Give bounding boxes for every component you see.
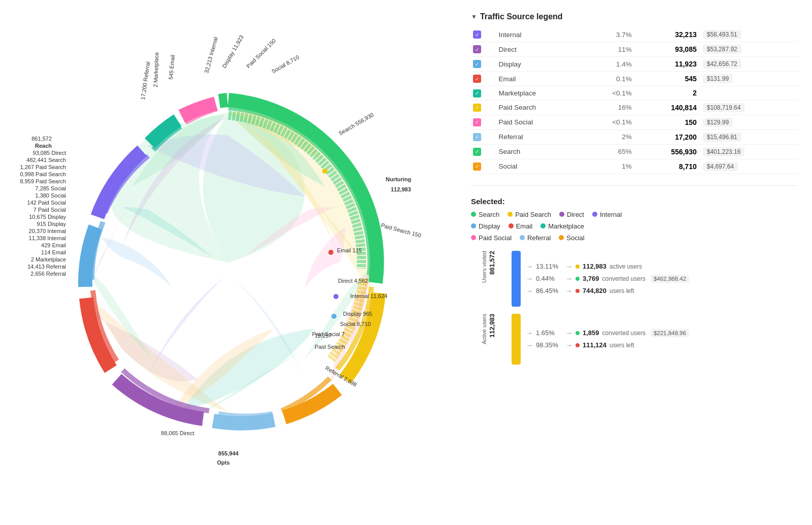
right-panel: ▼ Traffic Source legend ✓ Internal 3.7% … <box>457 0 812 525</box>
chip-label: Display <box>479 222 500 230</box>
legend-name: Search <box>497 144 584 159</box>
svg-text:Paid Search: Paid Search <box>315 344 345 350</box>
legend-checkbox[interactable]: ✓ <box>473 75 481 83</box>
legend-row[interactable]: ✓ Referral 2% 17,200 $15,496.81 <box>471 129 798 144</box>
flow-sub: users left <box>610 342 634 349</box>
svg-text:11,338 Internal: 11,338 Internal <box>29 235 66 241</box>
chip-dot <box>540 223 546 228</box>
svg-text:10,675 Display: 10,675 Display <box>29 214 66 220</box>
legend-pct: 1.4% <box>584 57 633 72</box>
svg-text:114 Email: 114 Email <box>41 249 66 255</box>
chord-diagram-panel: .chord-label { font-family: -apple-syste… <box>0 0 457 525</box>
selected-chip[interactable]: Direct <box>559 211 584 218</box>
legend-name: Direct <box>497 42 584 57</box>
legend-checkbox[interactable]: ✓ <box>473 60 481 68</box>
svg-text:18,959 Paid Search: 18,959 Paid Search <box>20 178 66 184</box>
legend-row[interactable]: ✓ Direct 11% 93,085 $53,287.92 <box>471 42 798 57</box>
legend-money: $15,496.81 <box>701 129 798 144</box>
legend-checkbox[interactable]: ✓ <box>473 45 481 53</box>
legend-money: $131.99 <box>701 72 798 86</box>
legend-money: $53,287.92 <box>701 42 798 57</box>
flow-sub: converted users <box>602 330 646 337</box>
legend-row[interactable]: ✓ Paid Search 16% 140,814 $108,719.64 <box>471 100 798 115</box>
selected-chip[interactable]: Search <box>471 211 499 218</box>
legend-count: 556,930 <box>634 144 701 159</box>
arrow-icon: → <box>526 287 533 295</box>
legend-checkbox[interactable]: ✓ <box>473 162 481 171</box>
svg-text:855,944: 855,944 <box>218 450 239 456</box>
legend-name: Paid Social <box>497 115 584 129</box>
legend-name: Paid Search <box>497 100 584 115</box>
legend-pct: <0.1% <box>584 86 633 101</box>
legend-name: Marketplace <box>497 86 584 101</box>
chip-label: Marketplace <box>548 222 584 230</box>
legend-checkbox[interactable]: ✓ <box>473 118 481 126</box>
svg-text:Nurturing: Nurturing <box>386 176 411 182</box>
svg-text:Internal 11,624: Internal 11,624 <box>350 293 387 299</box>
chip-dot <box>507 212 513 217</box>
flow-label: Active users 112,983 <box>471 314 506 365</box>
flow-rows: → 1.65% → 1,859 converted users $221,848… <box>526 314 798 365</box>
chip-label: Social <box>566 234 584 242</box>
chevron-down-icon[interactable]: ▼ <box>471 13 477 20</box>
svg-point-37 <box>328 250 333 255</box>
flow-bar <box>512 314 521 365</box>
flow-dot <box>576 343 580 347</box>
svg-point-40 <box>322 169 327 174</box>
flow-bar-visual <box>512 314 521 365</box>
legend-row[interactable]: ✓ Social 1% 8,710 $4,697.64 <box>471 159 798 174</box>
flow-pct: 0.44% <box>536 275 562 282</box>
flow-pct: 1.65% <box>536 329 562 337</box>
selected-chip[interactable]: Email <box>509 222 533 230</box>
flow-pct: 13.11% <box>536 262 562 270</box>
flow-block: Users visited 861,572 → 13.11% → 112,983… <box>471 251 798 307</box>
legend-count: 93,085 <box>634 42 701 57</box>
chip-label: Search <box>479 211 499 218</box>
svg-text:482,441 Search: 482,441 Search <box>26 157 66 163</box>
legend-count: 11,923 <box>634 57 701 72</box>
flow-money: $462,988.42 <box>651 275 689 283</box>
selected-chip[interactable]: Internal <box>592 211 622 218</box>
legend-pct: 3.7% <box>584 27 633 42</box>
legend-row[interactable]: ✓ Marketplace <0.1% 2 <box>471 86 798 101</box>
flow-rows: → 13.11% → 112,983 active users → 0.44% … <box>526 251 798 307</box>
selected-chip[interactable]: Referral <box>520 234 551 242</box>
legend-pct: 1% <box>584 159 633 174</box>
svg-text:Reach: Reach <box>35 143 52 149</box>
selected-chip[interactable]: Social <box>559 234 584 242</box>
legend-checkbox[interactable]: ✓ <box>473 133 481 141</box>
flow-dot <box>576 265 580 269</box>
legend-checkbox[interactable]: ✓ <box>473 148 481 156</box>
selected-chip[interactable]: Paid Social <box>471 234 512 242</box>
legend-row[interactable]: ✓ Email 0.1% 545 $131.99 <box>471 72 798 86</box>
legend-checkbox[interactable]: ✓ <box>473 89 481 97</box>
svg-text:88,065 Direct: 88,065 Direct <box>161 430 194 436</box>
legend-checkbox[interactable]: ✓ <box>473 104 481 112</box>
legend-row[interactable]: ✓ Display 1.4% 11,923 $42,656.72 <box>471 57 798 72</box>
selected-chip[interactable]: Marketplace <box>540 222 584 230</box>
arrow-icon2: → <box>565 329 572 337</box>
svg-text:120,998 Paid Search: 120,998 Paid Search <box>20 171 66 177</box>
svg-text:20,370 Internal: 20,370 Internal <box>29 228 66 234</box>
flow-row: → 1.65% → 1,859 converted users $221,848… <box>526 329 798 337</box>
selected-title: Selected: <box>471 197 798 206</box>
flow-sub: converted users <box>602 275 646 282</box>
svg-text:71,267 Paid Search: 71,267 Paid Search <box>20 164 66 170</box>
chip-dot <box>509 223 514 228</box>
chip-label: Paid Search <box>515 211 551 218</box>
legend-money: $129.99 <box>701 115 798 129</box>
legend-row[interactable]: ✓ Search 65% 556,930 $401,223.16 <box>471 144 798 159</box>
selected-chip[interactable]: Display <box>471 222 500 230</box>
selected-chip[interactable]: Paid Search <box>507 211 551 218</box>
flow-val: 3,769 <box>583 275 599 282</box>
arrow-icon2: → <box>565 262 572 271</box>
svg-text:915 Display: 915 Display <box>37 221 66 227</box>
flow-dot <box>576 277 580 281</box>
flow-bar-visual <box>512 251 521 307</box>
legend-row[interactable]: ✓ Internal 3.7% 32,213 $58,493.51 <box>471 27 798 42</box>
legend-row[interactable]: ✓ Paid Social <0.1% 150 $129.99 <box>471 115 798 129</box>
flow-row: → 86.45% → 744,820 users left <box>526 287 798 295</box>
legend-count: 2 <box>634 86 701 101</box>
chip-dot <box>471 212 476 217</box>
legend-checkbox[interactable]: ✓ <box>473 30 481 39</box>
